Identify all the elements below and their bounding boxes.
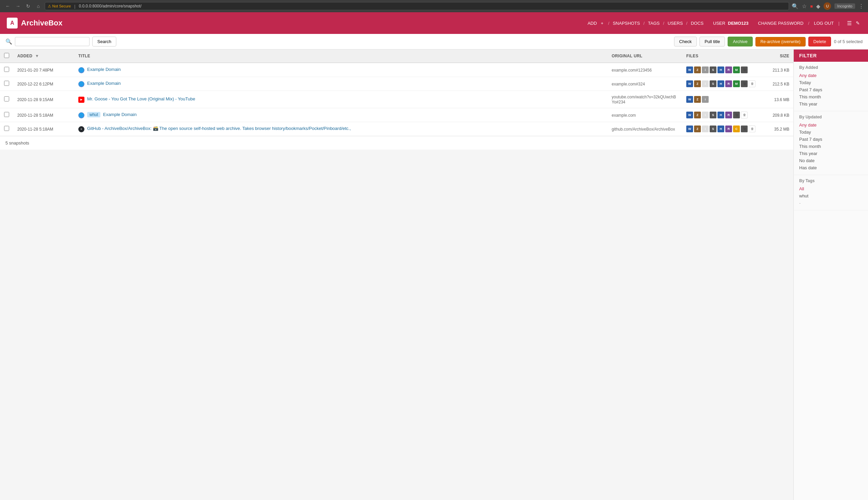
change-password-link[interactable]: CHANGE PASSWORD bbox=[757, 21, 805, 26]
file-icon-z[interactable]: Z bbox=[694, 125, 701, 132]
file-icon-c[interactable]: C bbox=[733, 125, 740, 132]
file-icon-i[interactable]: i bbox=[702, 80, 709, 87]
title-column-header: TITLE bbox=[74, 49, 607, 63]
file-icon-s[interactable]: S bbox=[710, 112, 716, 118]
nav-hamburger-icon[interactable]: ☰ bbox=[846, 20, 853, 26]
file-icon-m[interactable]: M bbox=[733, 67, 740, 73]
file-icon-r[interactable]: R bbox=[725, 125, 732, 132]
nav-users[interactable]: USERS bbox=[666, 21, 684, 26]
search-input[interactable] bbox=[15, 37, 90, 46]
delete-button[interactable]: Delete bbox=[808, 37, 831, 46]
url-bar[interactable]: ⚠ Not Secure | 0.0.0.0:8000/admin/core/s… bbox=[45, 2, 789, 10]
filter-added-past7[interactable]: Past 7 days bbox=[799, 86, 863, 93]
filter-updated-this-year[interactable]: This year bbox=[799, 150, 863, 157]
filter-tag-all[interactable]: All bbox=[799, 185, 863, 192]
filter-tag-none[interactable]: - bbox=[799, 200, 863, 207]
logout-link[interactable]: LOG OUT bbox=[812, 21, 835, 26]
title-link-1[interactable]: 🌐 Example Domain bbox=[78, 81, 603, 87]
file-icon-r[interactable]: R bbox=[725, 112, 732, 118]
nav-snapshots[interactable]: SNAPSHOTS bbox=[611, 21, 641, 26]
title-link-3[interactable]: 🌐 whut Example Domain bbox=[78, 112, 603, 118]
avatar-icon[interactable]: U bbox=[824, 2, 831, 10]
bookmark-icon[interactable]: ☆ bbox=[802, 3, 807, 10]
archive-button[interactable]: Archive bbox=[728, 37, 752, 46]
file-icon-m[interactable]: M bbox=[733, 80, 740, 87]
file-icon-vid[interactable]: 🎥 bbox=[741, 80, 748, 87]
filter-updated-has-date[interactable]: Has date bbox=[799, 164, 863, 171]
nav-expand-icon[interactable]: ✎ bbox=[854, 20, 861, 26]
added-column-header[interactable]: ADDED ▼ bbox=[13, 49, 74, 63]
title-link-4[interactable]: ⚬ GitHub - ArchiveBox/ArchiveBox: 🗃️ The… bbox=[78, 126, 603, 132]
extension-icon-1[interactable]: ■ bbox=[810, 4, 813, 9]
title-link-0[interactable]: 🌐 Example Domain bbox=[78, 67, 603, 73]
file-icon-w[interactable]: W bbox=[686, 125, 693, 132]
file-icon-w[interactable]: W bbox=[686, 112, 693, 118]
pull-title-button[interactable]: Pull title bbox=[699, 37, 725, 46]
check-button[interactable]: Check bbox=[674, 37, 697, 46]
tag-badge-3[interactable]: whut bbox=[87, 112, 100, 117]
reload-button[interactable]: ↻ bbox=[24, 2, 32, 10]
filter-added-any-date[interactable]: Any date bbox=[799, 72, 863, 79]
file-icon-vid[interactable]: 🎥 bbox=[741, 125, 748, 132]
row-checkbox-4[interactable] bbox=[4, 126, 9, 131]
row-checkbox-1[interactable] bbox=[4, 81, 9, 86]
file-icon-z[interactable]: Z bbox=[694, 96, 701, 103]
home-button[interactable]: ⌂ bbox=[35, 2, 42, 10]
nav-tags[interactable]: TAGS bbox=[647, 21, 661, 26]
file-icon-vid[interactable]: 🎥 bbox=[733, 112, 740, 118]
nav-add[interactable]: ADD + bbox=[585, 21, 606, 26]
forward-button[interactable]: → bbox=[14, 2, 22, 10]
filter-tag-whut[interactable]: whut bbox=[799, 192, 863, 200]
filter-updated-any-date[interactable]: Any date bbox=[799, 122, 863, 128]
logo-icon: A bbox=[7, 18, 18, 29]
file-icon-w[interactable]: W bbox=[686, 96, 693, 103]
row-checkbox-3[interactable] bbox=[4, 112, 9, 117]
file-icon-vid[interactable]: 🎥 bbox=[741, 67, 748, 73]
file-icon-z[interactable]: Z bbox=[694, 80, 701, 87]
file-icon-r[interactable]: R bbox=[725, 80, 732, 87]
table-row: 2020-12-22 6:12PM 🌐 Example Domain examp… bbox=[0, 77, 794, 91]
file-icon-h[interactable]: H bbox=[717, 80, 724, 87]
zoom-icon[interactable]: 🔍 bbox=[792, 3, 798, 10]
select-all-checkbox[interactable] bbox=[4, 53, 9, 58]
file-icon-s[interactable]: S bbox=[710, 125, 716, 132]
file-icon-z[interactable]: Z bbox=[694, 112, 701, 118]
file-icon-s[interactable]: S bbox=[710, 80, 716, 87]
filter-updated-past7[interactable]: Past 7 days bbox=[799, 136, 863, 143]
file-icon-del[interactable]: 🗑 bbox=[741, 112, 748, 118]
file-icon-del[interactable]: 🗑 bbox=[749, 80, 755, 87]
file-icon-h[interactable]: H bbox=[717, 67, 724, 73]
url-text-2: youtube.com/watch?v=32kQUwchBYo#234 bbox=[612, 95, 676, 104]
file-icon-s[interactable]: S bbox=[710, 67, 716, 73]
sort-arrow-icon: ▼ bbox=[35, 54, 39, 58]
row-checkbox-0[interactable] bbox=[4, 67, 9, 72]
file-icon-i[interactable]: i bbox=[702, 96, 709, 103]
extension-icon-2[interactable]: ◆ bbox=[816, 3, 820, 10]
file-icon-z[interactable]: Z bbox=[694, 67, 701, 73]
filter-updated-this-month[interactable]: This month bbox=[799, 143, 863, 150]
row-checkbox-2[interactable] bbox=[4, 96, 9, 101]
back-button[interactable]: ← bbox=[4, 2, 12, 10]
more-menu-icon[interactable]: ⋮ bbox=[858, 3, 864, 10]
file-icon-i[interactable]: i bbox=[702, 125, 709, 132]
files-column-header: FILES bbox=[682, 49, 760, 63]
filter-added-this-month[interactable]: This month bbox=[799, 93, 863, 100]
filter-by-tags: By tags All whut - bbox=[794, 175, 868, 210]
file-icon-i[interactable]: i bbox=[702, 112, 709, 118]
nav-docs[interactable]: DOCS bbox=[689, 21, 705, 26]
filter-added-this-year[interactable]: This year bbox=[799, 100, 863, 107]
search-button[interactable]: Search bbox=[92, 37, 116, 46]
file-icon-w[interactable]: W bbox=[686, 80, 693, 87]
site-icon-globe: 🌐 bbox=[78, 81, 84, 87]
file-icon-del[interactable]: 🗑 bbox=[749, 125, 755, 132]
title-link-2[interactable]: ▶ Mr. Goose - You Got The Love (Original… bbox=[78, 96, 603, 103]
file-icon-w[interactable]: W bbox=[686, 67, 693, 73]
filter-updated-today[interactable]: Today bbox=[799, 128, 863, 136]
file-icon-h[interactable]: H bbox=[717, 125, 724, 132]
filter-updated-no-date[interactable]: No date bbox=[799, 157, 863, 164]
file-icon-i[interactable]: i bbox=[702, 67, 709, 73]
rearchive-button[interactable]: Re-archive (overwrite) bbox=[755, 37, 806, 46]
filter-added-today[interactable]: Today bbox=[799, 79, 863, 86]
file-icon-h[interactable]: H bbox=[717, 112, 724, 118]
file-icon-r[interactable]: R bbox=[725, 67, 732, 73]
